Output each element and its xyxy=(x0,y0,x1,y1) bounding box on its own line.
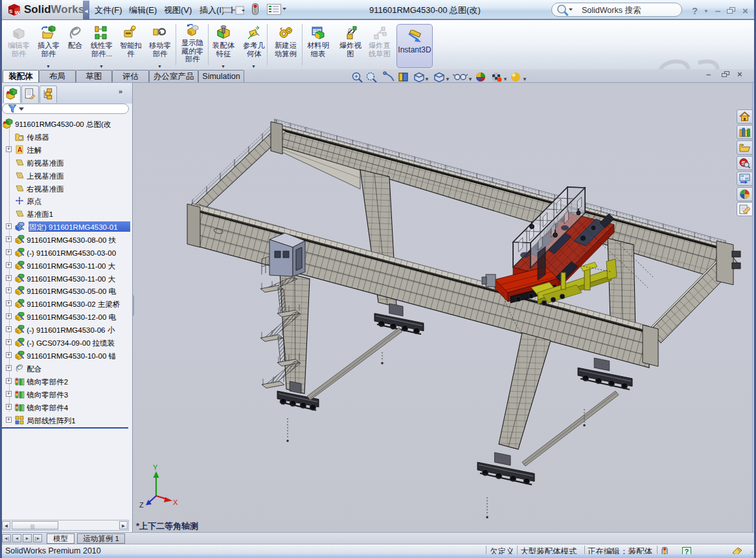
svg-text:▼: ▼ xyxy=(503,76,508,82)
svg-text:W: W xyxy=(15,10,20,16)
svg-text:▼: ▼ xyxy=(468,76,473,82)
svg-text:▼: ▼ xyxy=(445,76,450,82)
svg-text:S: S xyxy=(9,8,13,14)
svg-text:Z: Z xyxy=(139,501,144,509)
svg-text:X: X xyxy=(173,498,178,506)
svg-text:▼: ▼ xyxy=(522,76,527,82)
svg-text:▼: ▼ xyxy=(424,76,430,82)
svg-text:Y: Y xyxy=(153,463,158,471)
